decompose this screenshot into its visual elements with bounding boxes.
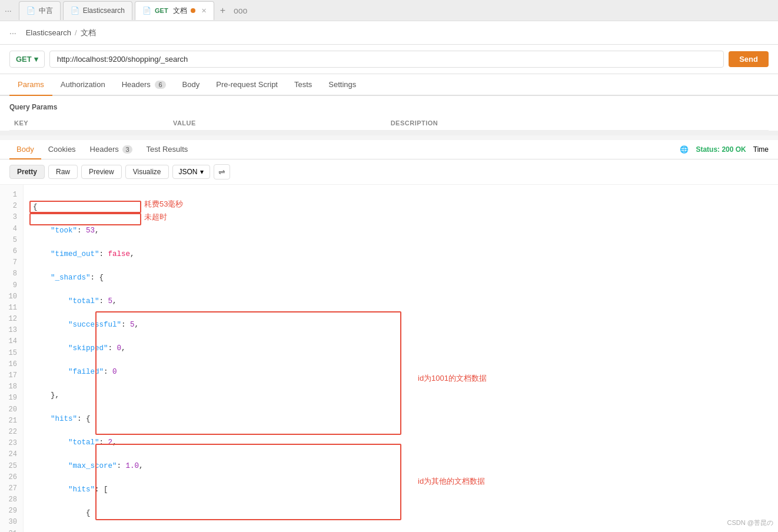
response-tab-headers[interactable]: Headers 3 [83, 140, 139, 159]
tab-prerequest[interactable]: Pre-request Script [208, 74, 286, 96]
col-key: KEY [9, 116, 168, 131]
top-bar: ··· Elasticsearch / 文档 [0, 21, 778, 45]
response-section: Body Cookies Headers 3 Test Results 🌐 St… [0, 140, 778, 532]
tab-bar: ··· 📄 中言 📄 Elasticsearch 📄 GET 文档 ✕ + oo… [0, 0, 778, 21]
response-status: 🌐 Status: 200 OK Time [680, 145, 769, 154]
chevron-down-icon-2: ▾ [200, 168, 204, 176]
breadcrumb-separator: / [75, 28, 77, 37]
watermark: CSDN @菩昆の [727, 518, 773, 527]
tab-zhongyan[interactable]: 📄 中言 [19, 1, 61, 20]
sidebar-dots[interactable]: ··· [9, 28, 16, 38]
breadcrumb-current: 文档 [81, 28, 96, 38]
response-tab-tests[interactable]: Test Results [139, 140, 195, 159]
tab-unsaved-dot [191, 8, 195, 13]
tab-params[interactable]: Params [9, 74, 52, 96]
format-bar: Pretty Raw Preview Visualize JSON ▾ ⇌ [0, 159, 778, 185]
code-area: 1 2 3 4 5 6 7 8 9 10 11 12 13 14 15 16 1 [0, 185, 778, 532]
tabs-more-button[interactable]: ooo [231, 6, 250, 15]
response-tabs: Body Cookies Headers 3 Test Results 🌐 St… [0, 140, 778, 159]
url-input[interactable] [49, 51, 724, 68]
format-preview-button[interactable]: Preview [81, 165, 122, 179]
wrap-icon[interactable]: ⇌ [214, 164, 230, 179]
time-label: Time [753, 145, 769, 154]
query-params-section: Query Params KEY VALUE DESCRIPTION [0, 96, 778, 131]
tab-tests[interactable]: Tests [286, 74, 320, 96]
request-tabs: Params Authorization Headers 6 Body Pre-… [0, 74, 778, 96]
doc-icon-3: 📄 [142, 6, 151, 15]
request-bar: GET ▾ Send [0, 45, 778, 74]
send-button[interactable]: Send [729, 51, 769, 67]
annotation-timed-out: 未超时 [144, 212, 167, 222]
params-table: KEY VALUE DESCRIPTION [9, 116, 769, 131]
tab-elasticsearch[interactable]: 📄 Elasticsearch [63, 1, 132, 20]
method-label: GET [16, 55, 32, 64]
breadcrumb-root[interactable]: Elasticsearch [26, 28, 71, 37]
col-value: VALUE [168, 116, 386, 131]
format-pretty-button[interactable]: Pretty [9, 165, 45, 179]
format-select[interactable]: JSON ▾ [172, 165, 210, 179]
globe-icon: 🌐 [680, 145, 689, 154]
tab-authorization[interactable]: Authorization [52, 74, 114, 96]
new-tab-button[interactable]: + [217, 5, 229, 16]
breadcrumb: Elasticsearch / 文档 [26, 28, 96, 38]
tab-wendang[interactable]: 📄 GET 文档 ✕ [135, 1, 214, 20]
dots-left[interactable]: ··· [5, 6, 12, 15]
annotation-took: 耗费53毫秒 [144, 199, 183, 210]
divider [0, 131, 778, 135]
col-description: DESCRIPTION [386, 116, 769, 131]
doc-icon: 📄 [26, 6, 35, 15]
line-numbers: 1 2 3 4 5 6 7 8 9 10 11 12 13 14 15 16 1 [0, 185, 24, 532]
response-tab-body[interactable]: Body [9, 140, 41, 159]
response-tab-cookies[interactable]: Cookies [41, 140, 83, 159]
annotation-doc2: id为其他的文档数据 [418, 476, 485, 487]
tab-close-button[interactable]: ✕ [201, 7, 207, 15]
method-dropdown[interactable]: GET ▾ [9, 51, 45, 68]
main-content: ··· Elasticsearch / 文档 GET ▾ Send Params… [0, 21, 778, 532]
status-badge: Status: 200 OK [696, 145, 746, 154]
headers-badge: 6 [155, 81, 165, 89]
chevron-down-icon: ▾ [34, 55, 38, 64]
format-label: JSON [179, 168, 198, 176]
format-visualize-button[interactable]: Visualize [125, 165, 169, 179]
code-content: { "took": 53, "timed_out": false, "_shar… [24, 185, 778, 532]
response-headers-badge: 3 [122, 145, 132, 154]
code-wrapper: 1 2 3 4 5 6 7 8 9 10 11 12 13 14 15 16 1 [0, 185, 778, 532]
format-raw-button[interactable]: Raw [48, 165, 78, 179]
tab-headers[interactable]: Headers 6 [114, 74, 174, 96]
tab-body[interactable]: Body [174, 74, 208, 96]
annotation-doc1: id为1001的文档数据 [418, 373, 487, 384]
query-params-title: Query Params [9, 103, 769, 111]
tab-settings[interactable]: Settings [320, 74, 364, 96]
tab-method: GET [155, 7, 168, 14]
doc-icon-2: 📄 [71, 6, 79, 15]
